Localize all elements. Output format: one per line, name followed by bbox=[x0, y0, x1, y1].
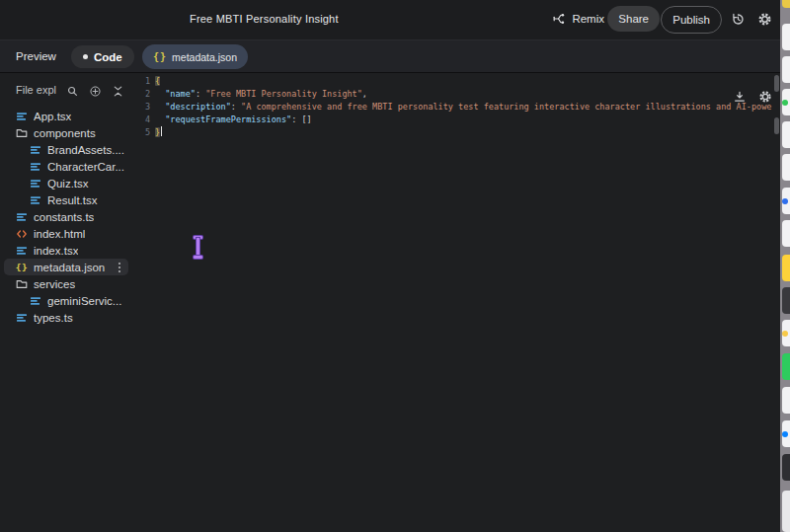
dock-app-icon[interactable] bbox=[782, 255, 790, 281]
dock-app-icon[interactable] bbox=[782, 154, 790, 181]
editor-toolbar: Preview Code {} metadata.json bbox=[0, 39, 780, 73]
search-icon bbox=[66, 85, 79, 98]
publish-button[interactable]: Publish bbox=[661, 6, 722, 34]
file-item-metadata-json[interactable]: {}metadata.json bbox=[4, 259, 128, 275]
code-line[interactable]: } bbox=[155, 126, 780, 139]
file-item-constants-ts[interactable]: constants.ts bbox=[0, 208, 128, 225]
line-number: 1 bbox=[138, 75, 150, 88]
code-token-plain bbox=[155, 114, 165, 124]
history-icon bbox=[731, 12, 746, 27]
plus-circle-icon bbox=[89, 85, 102, 98]
code-content[interactable]: { "name": "Free MBTI Personality Insight… bbox=[155, 75, 780, 139]
json-file-icon: {} bbox=[16, 262, 28, 273]
studio-window: Free MBTI Personality Insight Remix Shar… bbox=[0, 0, 780, 532]
file-item-services[interactable]: services bbox=[0, 275, 128, 292]
json-braces-icon: {} bbox=[153, 51, 167, 62]
app-screen: Free MBTI Personality Insight Remix Shar… bbox=[0, 0, 790, 532]
settings-button[interactable] bbox=[757, 12, 772, 27]
code-line[interactable]: "description": "A comprehensive and free… bbox=[155, 101, 780, 114]
open-file-tab-label: metadata.json bbox=[172, 51, 237, 63]
dock-app-icon-accent bbox=[782, 331, 788, 337]
file-explorer-title: File explo... bbox=[16, 84, 56, 96]
file-label: BrandAssets.... bbox=[47, 144, 124, 156]
file-item-components[interactable]: components bbox=[0, 124, 128, 141]
code-token-str: "Free MBTI Personality Insight" bbox=[205, 89, 362, 99]
open-file-tab[interactable]: {} metadata.json bbox=[142, 44, 248, 69]
code-token-key: "name" bbox=[165, 89, 196, 99]
code-token-brace: { bbox=[155, 76, 160, 86]
dock-app-icon[interactable] bbox=[782, 0, 790, 8]
code-token-plain: : bbox=[196, 89, 205, 99]
file-item-result-tsx[interactable]: Result.tsx bbox=[0, 191, 128, 208]
dock-app-icon-accent bbox=[782, 431, 788, 437]
remix-label: Remix bbox=[572, 13, 604, 25]
ts-file-icon bbox=[30, 178, 41, 190]
file-menu-icon[interactable] bbox=[118, 263, 124, 272]
file-item-index-tsx[interactable]: index.tsx bbox=[0, 242, 128, 259]
dock-app-icon-accent bbox=[782, 198, 788, 204]
page-title: Free MBTI Personality Insight bbox=[190, 13, 339, 25]
dock-app-icon[interactable] bbox=[782, 491, 790, 532]
add-file-button[interactable] bbox=[89, 84, 102, 97]
top-header: Free MBTI Personality Insight Remix Shar… bbox=[0, 0, 780, 39]
html-file-icon bbox=[16, 228, 28, 240]
tab-code[interactable]: Code bbox=[71, 45, 134, 68]
search-button[interactable] bbox=[66, 84, 79, 97]
file-explorer: File explo... App.tsxcomponentsBrandAsse… bbox=[0, 73, 138, 532]
dock-app-icon[interactable] bbox=[782, 287, 790, 314]
gear-icon bbox=[757, 12, 772, 27]
ts-file-icon bbox=[30, 194, 41, 206]
file-label: index.html bbox=[34, 228, 85, 240]
file-item-quiz-tsx[interactable]: Quiz.tsx bbox=[0, 175, 128, 191]
code-token-plain bbox=[155, 102, 165, 112]
remix-icon bbox=[552, 12, 566, 26]
code-token-plain: : bbox=[291, 114, 301, 124]
code-token-plain: , bbox=[362, 89, 367, 99]
code-line[interactable]: "name": "Free MBTI Personality Insight", bbox=[155, 88, 780, 101]
code-token-key: "requestFramePermissions" bbox=[165, 114, 291, 124]
code-token-str: "A comprehensive and free MBTI personali… bbox=[241, 102, 771, 112]
code-line[interactable]: "requestFramePermissions": [] bbox=[155, 114, 780, 126]
file-label: constants.ts bbox=[34, 211, 94, 223]
code-token-brace: } bbox=[155, 127, 160, 137]
file-item-geminiservic[interactable]: geminiServic... bbox=[0, 292, 128, 309]
file-item-app-tsx[interactable]: App.tsx bbox=[0, 108, 128, 124]
editor-scrollbar-thumb[interactable] bbox=[774, 117, 779, 134]
dock-app-icon[interactable] bbox=[782, 454, 790, 481]
collapse-icon bbox=[112, 85, 124, 98]
code-line[interactable]: { bbox=[155, 75, 780, 88]
editor-caret bbox=[161, 126, 162, 136]
tab-preview[interactable]: Preview bbox=[16, 50, 56, 62]
file-item-types-ts[interactable]: types.ts bbox=[0, 309, 128, 326]
file-label: App.tsx bbox=[34, 111, 71, 122]
file-tree: App.tsxcomponentsBrandAssets....Characte… bbox=[0, 103, 138, 326]
collapse-all-button[interactable] bbox=[112, 84, 124, 97]
code-label: Code bbox=[94, 51, 122, 63]
share-button[interactable]: Share bbox=[607, 6, 660, 32]
file-item-brandassets[interactable]: BrandAssets.... bbox=[0, 141, 128, 158]
file-item-charactercar[interactable]: CharacterCar... bbox=[0, 158, 128, 175]
file-label: metadata.json bbox=[34, 262, 105, 273]
dock-app-icon[interactable] bbox=[782, 387, 790, 414]
code-token-plain bbox=[155, 89, 165, 99]
folder-file-icon bbox=[16, 127, 28, 139]
ts-file-icon bbox=[16, 245, 28, 257]
active-dot-icon bbox=[83, 54, 88, 59]
dock-app-icon[interactable] bbox=[782, 56, 790, 83]
history-button[interactable] bbox=[731, 12, 746, 27]
line-number: 5 bbox=[138, 126, 150, 139]
editor-scrollbar-thumb[interactable] bbox=[774, 75, 779, 92]
ts-file-icon bbox=[16, 312, 28, 324]
code-token-plain: [] bbox=[301, 114, 311, 124]
dock-app-icon[interactable] bbox=[782, 220, 790, 247]
line-number: 3 bbox=[138, 101, 150, 114]
file-label: index.tsx bbox=[34, 245, 78, 257]
folder-file-icon bbox=[16, 278, 28, 290]
line-number: 2 bbox=[138, 88, 150, 101]
dock-app-icon[interactable] bbox=[782, 353, 790, 380]
file-item-index-html[interactable]: index.html bbox=[0, 225, 128, 242]
code-editor[interactable]: 12345 { "name": "Free MBTI Personality I… bbox=[138, 73, 780, 532]
dock-app-icon[interactable] bbox=[782, 24, 790, 50]
remix-button[interactable]: Remix bbox=[552, 6, 604, 32]
dock-app-icon[interactable] bbox=[782, 121, 790, 148]
